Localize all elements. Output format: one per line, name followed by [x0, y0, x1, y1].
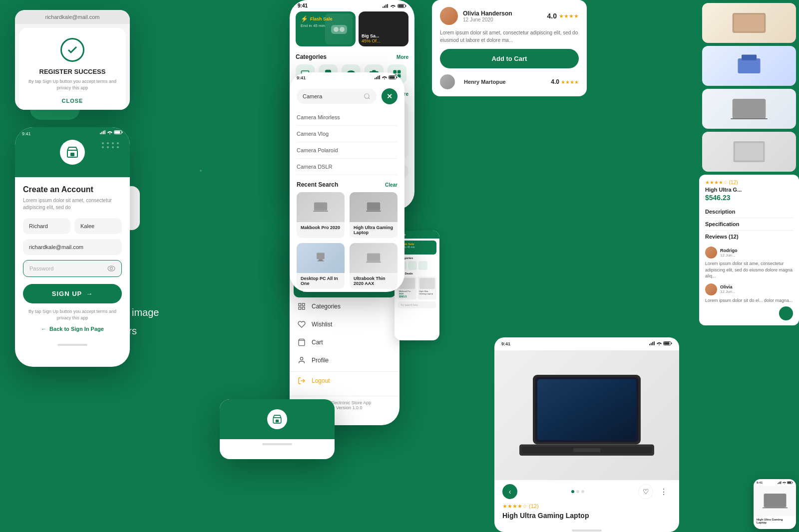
big-sale-label: Big Sa... [362, 33, 405, 38]
phone-bottom-right: 9:41 High Ultra Gaming Laptop [754, 479, 796, 529]
svg-rect-106 [779, 482, 779, 484]
recent-info-1: Makbook Pro 2020 [297, 222, 345, 233]
mini-avatar-2 [705, 283, 717, 295]
menu-item-logout[interactable]: Logout [290, 371, 400, 390]
menu-item-wishlist[interactable]: Wishlist [290, 315, 400, 333]
reviewer-name-2: Henry Martopue [464, 79, 546, 85]
logout-icon [298, 377, 306, 385]
recent-name-3: Desktop PC All In One [301, 276, 341, 286]
thumb-3[interactable] [702, 89, 796, 129]
showcase-time: 9:41 [501, 341, 510, 346]
recent-info-3: Desktop PC All In One [297, 273, 345, 289]
svg-rect-59 [302, 307, 305, 309]
svg-rect-26 [405, 5, 406, 6]
svg-rect-23 [387, 4, 388, 8]
svg-rect-66 [379, 75, 380, 79]
svg-rect-92 [652, 342, 653, 345]
section-description[interactable]: Description [705, 206, 793, 218]
mini-review-text-2: Lorem ipsum dolor sit do el... dolor mag… [705, 297, 793, 304]
recent-name-1: Makbook Pro 2020 [301, 225, 341, 230]
search-input[interactable]: Camera [297, 89, 377, 104]
second-reviewer-row: Henry Martopue 4.0 ★★★★ [440, 74, 579, 89]
svg-rect-78 [319, 260, 323, 261]
svg-point-29 [334, 27, 339, 32]
clear-button[interactable]: Clear [385, 182, 398, 188]
nested-deal-img-2 [419, 278, 435, 289]
reviewer-info-2: Henry Martopue [460, 79, 546, 85]
svg-point-24 [393, 7, 394, 8]
suggestion-3[interactable]: Camera Polaroid [297, 142, 398, 159]
last-name-input[interactable]: Kalee [74, 218, 122, 234]
search-icon [364, 93, 371, 100]
menu-item-profile[interactable]: Profile [290, 351, 400, 369]
close-button[interactable]: CLOSE [27, 98, 118, 104]
svg-point-67 [384, 78, 385, 79]
search-clear-button[interactable]: ✕ [382, 88, 398, 104]
categories-header: Categories More [290, 51, 414, 64]
controls-center [571, 490, 584, 493]
email-bar: richardkale@mail.com [15, 10, 130, 24]
register-card: REGISTER SUCCESS By tap Sign Up button y… [19, 28, 126, 110]
signup-button[interactable]: SIGN UP → [23, 284, 122, 303]
dot-1 [571, 490, 574, 493]
flash-product-image [325, 13, 353, 44]
wishlist-button[interactable]: ♡ [638, 484, 653, 499]
svg-rect-9 [101, 132, 102, 134]
svg-rect-107 [780, 482, 780, 484]
section-reviews[interactable]: Reviews (12) [705, 231, 793, 243]
thumb-img-1 [729, 10, 769, 35]
recent-info-2: High Ultra Gaming Laptop [350, 222, 398, 238]
mini-reviewer-date: 12 Jun... [720, 253, 793, 258]
svg-rect-17 [70, 153, 74, 156]
svg-rect-101 [537, 379, 636, 440]
thumb-1[interactable] [702, 3, 796, 43]
more-options-button[interactable]: ⋮ [656, 484, 671, 499]
svg-rect-90 [649, 344, 650, 345]
recent-item-3[interactable]: Desktop PC All In One [297, 243, 345, 289]
recent-item-1[interactable]: Makbook Pro 2020 [297, 192, 345, 238]
menu-label-categories: Categories [312, 303, 341, 310]
name-fields-row: Richard Kalee [23, 218, 122, 234]
big-sale-card[interactable]: Big Sa... 45% Of... [359, 11, 408, 46]
showcase-status-bar: 9:41 [494, 337, 679, 350]
svg-point-94 [659, 344, 660, 345]
thumb-2[interactable] [702, 46, 796, 86]
action-buttons: ♡ ⋮ [638, 484, 671, 499]
menu-item-categories[interactable]: Categories [290, 297, 400, 315]
thumb-4[interactable] [702, 132, 796, 172]
categories-more[interactable]: More [397, 54, 408, 60]
prev-arrow[interactable]: ‹ [502, 484, 517, 499]
action-button[interactable] [779, 306, 793, 320]
thumb-img-2 [734, 51, 764, 81]
svg-rect-75 [367, 202, 380, 210]
menu-label-cart: Cart [312, 339, 323, 346]
flash-sale-card[interactable]: ⚡ Flash Sale End in 45 min [296, 11, 356, 46]
recent-item-2[interactable]: High Ultra Gaming Laptop [350, 192, 398, 238]
email-input[interactable]: richardkale@mail.com [23, 239, 122, 255]
recent-item-4[interactable]: Ultrabook Thin 2020 AAX [350, 243, 398, 289]
stars-1: ★★★★ [559, 13, 579, 19]
add-to-cart-button[interactable]: Add to Cart [440, 49, 579, 68]
svg-rect-64 [376, 77, 377, 79]
first-name-input[interactable]: Richard [23, 218, 70, 234]
laptop-rating: ★★★★☆ (12) [502, 503, 671, 510]
dots-decoration [102, 142, 120, 148]
suggestion-2[interactable]: Camera Vlog [297, 126, 398, 142]
recent-image-4 [350, 243, 398, 273]
menu-item-cart[interactable]: Cart [290, 333, 400, 351]
svg-rect-112 [788, 482, 791, 483]
menu-label-wishlist: Wishlist [312, 321, 332, 328]
suggestion-1[interactable]: Camera Mirorless [297, 109, 398, 126]
product-list-card: ★★★★☆ (12) High Ultra G... $546.23 Descr… [699, 175, 799, 325]
showcase-status-icons [649, 341, 672, 346]
section-specification[interactable]: Specification [705, 218, 793, 231]
rating-number-2: 4.0 [551, 78, 559, 85]
svg-rect-10 [103, 131, 104, 134]
password-input[interactable]: Password [23, 260, 122, 277]
recent-search-header: Recent Search Clear [290, 175, 404, 192]
search-status-icons [375, 75, 398, 80]
back-to-signin-link[interactable]: ← Back to Sign In Page [23, 326, 122, 332]
svg-rect-20 [383, 6, 384, 8]
suggestion-4[interactable]: Camera DSLR [297, 159, 398, 175]
br-status: 9:41 [754, 479, 796, 486]
